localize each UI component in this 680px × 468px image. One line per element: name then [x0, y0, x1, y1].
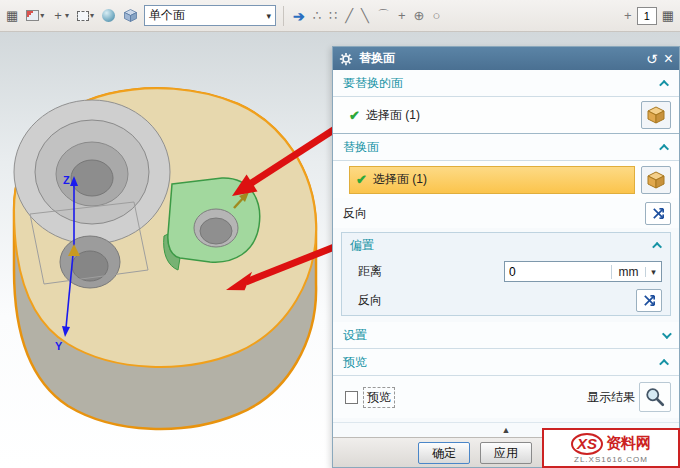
snap-quadrant-icon[interactable]: ⊕ [411, 7, 426, 24]
reverse-arrows-icon [651, 206, 666, 221]
gear-icon [339, 52, 353, 66]
snap-circle-icon[interactable]: ○ [430, 7, 442, 24]
point-tool-icon: + [52, 7, 64, 24]
axis-y-label: Y [55, 340, 63, 352]
show-result-group: 显示结果 [587, 382, 671, 412]
snap-line-icon[interactable]: ╱ [343, 7, 355, 24]
watermark: XS 资料网 ZL.XS1616.COM [542, 428, 680, 468]
active-selection-field[interactable]: ✔ 选择面 (1) [349, 166, 635, 194]
reverse-direction-button[interactable] [645, 202, 671, 225]
grid-icon[interactable]: ▦ [660, 7, 676, 24]
distance-label: 距离 [358, 263, 504, 280]
marquee-select-button[interactable]: ▾ [75, 9, 96, 23]
watermark-logo: XS [571, 433, 603, 455]
dialog-title: 替换面 [359, 50, 640, 67]
forward-arrow-icon[interactable]: ➔ [291, 7, 307, 25]
snap-grid-icon[interactable]: ∷ [327, 7, 339, 24]
sphere-display-button[interactable] [100, 7, 117, 24]
face-rule-select[interactable]: 单个面 ▾ [144, 5, 276, 26]
top-toolbar: ▦ ▾ + ▾ ▾ 单个面 ▾ ➔ ∴ ∷ [0, 0, 680, 32]
preview-checkbox-label[interactable]: 预览 [363, 387, 395, 408]
chevron-down-icon [662, 329, 672, 339]
magnifier-icon [645, 387, 665, 407]
marquee-select-icon [77, 11, 89, 21]
section-faces-to-replace[interactable]: 要替换的面 [333, 70, 679, 97]
watermark-top: XS 资料网 [571, 433, 651, 455]
caret-down-icon: ▾ [40, 11, 44, 20]
dialog-title-bar[interactable]: 替换面 ↺ × [333, 47, 679, 70]
snap-points-icon[interactable]: ∴ [311, 7, 323, 24]
section-preview[interactable]: 预览 [333, 349, 679, 376]
replacement-face-row: ✔ 选择面 (1) [333, 161, 679, 198]
section-label: 替换面 [343, 139, 662, 156]
snap-cross-icon[interactable]: + [396, 7, 408, 24]
show-result-button[interactable] [639, 382, 671, 412]
face-rule-value: 单个面 [149, 7, 262, 24]
offset-reverse-row: 反向 [342, 286, 670, 315]
caret-down-icon: ▾ [65, 11, 69, 20]
reverse-label: 反向 [343, 205, 645, 222]
check-icon: ✔ [356, 172, 367, 187]
sphere-icon [102, 9, 115, 22]
preview-row: 预览 显示结果 [333, 376, 679, 418]
application-window: ▦ ▾ + ▾ ▾ 单个面 ▾ ➔ ∴ ∷ [0, 0, 680, 468]
distance-input[interactable] [505, 265, 611, 279]
face-select-button[interactable] [641, 101, 671, 129]
offset-group-header[interactable]: 偏置 [342, 233, 670, 257]
section-label: 预览 [343, 354, 662, 371]
faces-to-replace-row: ✔ 选择面 (1) [333, 97, 679, 134]
section-settings[interactable]: 设置 [333, 322, 679, 349]
plus-icon[interactable]: + [622, 7, 634, 24]
offset-group: 偏置 距离 mm ▾ 反向 [341, 232, 671, 316]
cube-display-button[interactable] [121, 6, 140, 25]
select-face-label: 选择面 (1) [366, 107, 420, 124]
cube-icon [646, 105, 666, 125]
unit-caret-icon[interactable]: ▾ [645, 267, 661, 277]
section-label: 设置 [343, 327, 662, 344]
reset-icon[interactable]: ↺ [646, 52, 658, 66]
replace-face-dialog: 替换面 ↺ × 要替换的面 ✔ 选择面 (1) 替换面 [332, 46, 680, 468]
unit-label[interactable]: mm [611, 265, 645, 279]
offset-label: 偏置 [350, 237, 655, 254]
section-replacement-face[interactable]: 替换面 [333, 134, 679, 161]
reverse-label: 反向 [358, 292, 636, 309]
datum-plane-icon [26, 10, 39, 21]
toolbar-separator [283, 6, 284, 26]
close-icon[interactable]: × [664, 51, 673, 67]
caret-down-icon: ▾ [90, 11, 94, 20]
ok-button[interactable]: 确定 [418, 442, 470, 464]
offset-reverse-button[interactable] [636, 289, 662, 312]
cube-icon [123, 8, 138, 23]
show-result-label: 显示结果 [587, 389, 635, 406]
check-icon: ✔ [349, 108, 360, 123]
snap-line2-icon[interactable]: ╲ [359, 7, 371, 24]
menu-grid-icon[interactable]: ▦ [4, 7, 20, 24]
axis-z-label: Z [63, 174, 70, 186]
distance-row: 距离 mm ▾ [342, 257, 670, 286]
face-select-button[interactable] [641, 166, 671, 194]
distance-input-group: mm ▾ [504, 261, 662, 282]
apply-button[interactable]: 应用 [480, 442, 532, 464]
count-input[interactable] [637, 7, 657, 25]
watermark-site-name: 资料网 [606, 434, 651, 453]
section-label: 要替换的面 [343, 75, 662, 92]
cube-icon [646, 170, 666, 190]
reverse-arrows-icon [642, 293, 657, 308]
datum-plane-button[interactable]: ▾ [24, 8, 46, 23]
snap-arc-icon[interactable]: ⌒ [375, 6, 392, 26]
reverse-direction-row: 反向 [333, 198, 679, 228]
watermark-url: ZL.XS1616.COM [574, 455, 648, 464]
select-face-label: 选择面 (1) [373, 171, 427, 188]
point-tool-button[interactable]: + ▾ [50, 5, 71, 26]
collapse-up-icon: ▲ [502, 425, 511, 435]
toolbar-right-group: + ▦ [622, 7, 676, 25]
caret-down-icon: ▾ [266, 11, 271, 21]
preview-checkbox[interactable] [345, 391, 358, 404]
